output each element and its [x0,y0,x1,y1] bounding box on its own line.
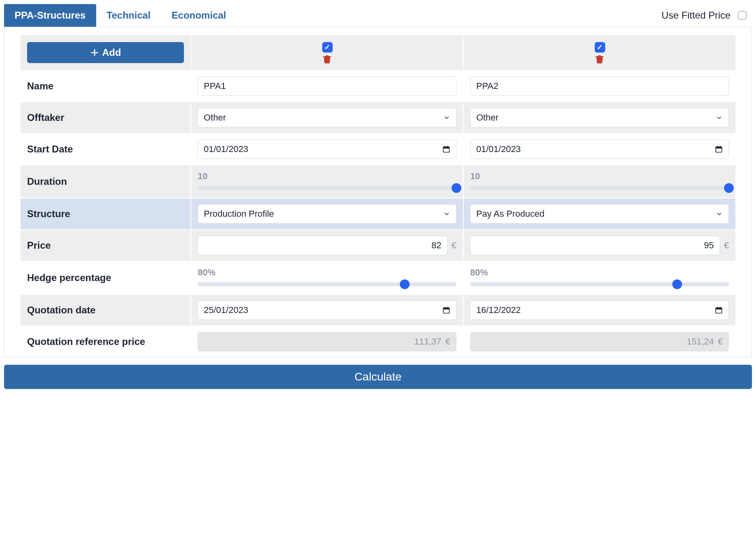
offtaker-select[interactable]: Other [198,108,456,127]
currency-symbol: € [446,336,450,347]
duration-slider[interactable] [198,184,456,192]
duration-value: 10 [198,171,456,182]
row-label-duration: Duration [27,176,184,187]
row-label-structure: Structure [27,208,184,220]
plus-icon [90,48,99,57]
chevron-down-icon [443,114,450,121]
currency-symbol: € [724,240,729,251]
use-fitted-price-label: Use Fitted Price [661,10,731,21]
svg-rect-15 [716,308,722,309]
calendar-icon [715,306,723,314]
row-label-quotation-ref: Quotation reference price [27,336,184,347]
trash-icon[interactable] [322,54,332,64]
calendar-icon [715,145,723,153]
price-input[interactable]: 95 [470,236,720,255]
quotation-date-value: 16/12/2022 [476,305,521,315]
row-label-offtaker: Offtaker [27,112,184,123]
quotation-date-input[interactable]: 16/12/2022 [470,300,729,320]
row-label-hedge: Hedge percentage [27,272,184,283]
offtaker-value: Other [204,112,226,123]
add-button-label: Add [102,47,121,58]
calendar-icon [442,145,450,153]
add-button[interactable]: Add [27,42,184,63]
row-label-name: Name [27,80,184,92]
row-label-price: Price [27,240,184,251]
use-fitted-price-toggle[interactable]: Use Fitted Price [661,10,752,21]
tab-economical[interactable]: Economical [161,4,237,27]
start-date-value: 01/01/2023 [204,144,248,154]
hedge-value: 80% [198,267,456,278]
name-input[interactable] [470,76,729,96]
hedge-slider[interactable] [198,280,456,288]
structure-select[interactable]: Pay As Produced [470,204,729,224]
hedge-slider[interactable] [470,280,729,288]
hedge-value: 80% [470,267,729,278]
calculate-button[interactable]: Calculate [4,365,752,389]
quotation-ref-readonly: 151,24 € [470,332,729,351]
quotation-ref-readonly: 111,37 € [198,332,456,351]
row-label-start-date: Start Date [27,144,184,155]
offtaker-select[interactable]: Other [470,108,729,127]
column-enabled-checkbox[interactable] [322,42,333,53]
trash-icon[interactable] [595,54,604,64]
quotation-date-value: 25/01/2023 [204,305,248,315]
currency-symbol: € [452,240,456,251]
row-label-quotation-date: Quotation date [27,304,184,316]
quotation-ref-value: 111,37 [204,336,441,347]
start-date-input[interactable]: 01/01/2023 [198,140,456,159]
svg-rect-3 [443,147,450,148]
chevron-down-icon [443,210,450,218]
start-date-input[interactable]: 01/01/2023 [470,140,729,159]
tab-ppa-structures[interactable]: PPA-Structures [4,4,96,27]
price-input[interactable]: 82 [198,236,448,255]
use-fitted-price-checkbox[interactable] [738,11,747,20]
structure-value: Pay As Produced [476,209,545,219]
chevron-down-icon [716,114,723,121]
duration-slider[interactable] [470,184,729,192]
calendar-icon [442,306,450,314]
column-enabled-checkbox[interactable] [595,42,605,53]
structure-value: Production Profile [204,209,274,219]
svg-rect-11 [443,308,450,309]
svg-rect-7 [716,147,722,148]
quotation-date-input[interactable]: 25/01/2023 [198,300,456,320]
currency-symbol: € [718,336,723,347]
structure-select[interactable]: Production Profile [198,204,456,224]
tab-technical[interactable]: Technical [96,4,161,27]
duration-value: 10 [470,171,729,182]
name-input[interactable] [198,76,456,96]
offtaker-value: Other [476,112,498,123]
quotation-ref-value: 151,24 [476,336,714,347]
chevron-down-icon [716,210,723,218]
start-date-value: 01/01/2023 [476,144,521,154]
